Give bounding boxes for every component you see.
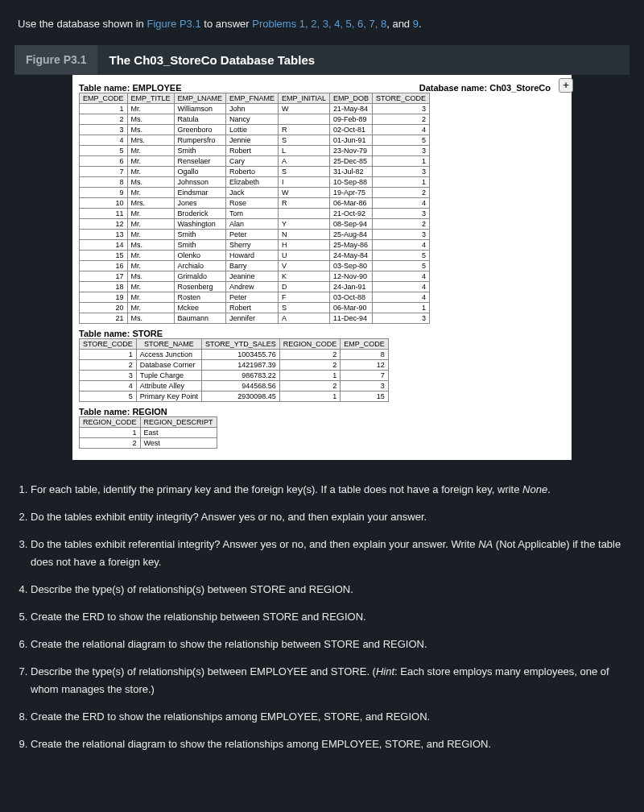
intro-text: Use the database shown in Figure P3.1 to…: [0, 10, 644, 45]
table-row: 5Mr.SmithRobertL23-Nov-793: [80, 145, 430, 155]
table-cell: 15: [341, 391, 389, 401]
table-cell: Barry: [226, 260, 279, 271]
table-row: 5Primary Key Point2930098.45115: [80, 391, 389, 401]
table-cell: Mr.: [127, 145, 174, 155]
table-cell: 2930098.45: [201, 391, 279, 401]
table-cell: 19-Apr-75: [330, 187, 373, 197]
expand-button[interactable]: +: [559, 78, 573, 93]
table-cell: V: [279, 260, 330, 271]
table-cell: 25-May-86: [330, 239, 373, 250]
table-cell: Mr.: [127, 166, 174, 176]
table-cell: Mr.: [127, 218, 174, 229]
table-cell: Roberto: [226, 166, 279, 176]
table-cell: U: [279, 250, 330, 260]
table-cell: Ms.: [127, 271, 174, 281]
table-cell: 944568.56: [201, 380, 279, 391]
table-cell: I: [279, 176, 330, 187]
table-cell: 25-Dec-85: [330, 155, 373, 166]
table-cell: 1: [279, 370, 341, 380]
table-row: 16Mr.ArchialoBarryV03-Sep-805: [80, 260, 430, 271]
table-cell: 16: [80, 260, 128, 271]
table-cell: 3: [373, 145, 430, 155]
table-row: 3Ms.GreenboroLottieR02-Oct-814: [80, 124, 430, 135]
problem-emphasis: Hint: [376, 665, 394, 677]
table-cell: W: [279, 103, 330, 114]
table-cell: Ogallo: [174, 166, 226, 176]
table-row: 2Ms.RatulaNancy09-Feb-892: [80, 114, 430, 124]
table-cell: Access Junction: [136, 349, 201, 359]
table-row: 19Mr.RostenPeterF03-Oct-884: [80, 292, 430, 302]
table-cell: A: [279, 155, 330, 166]
table-cell: Mr.: [127, 250, 174, 260]
table-cell: 1: [373, 155, 430, 166]
table-cell: 19: [80, 292, 128, 302]
table-cell: 4: [80, 135, 128, 145]
table-cell: 09-Feb-89: [330, 114, 373, 124]
table-cell: Mrs.: [127, 135, 174, 145]
problem-item: Create the relational diagram to show th…: [31, 731, 626, 758]
table-cell: 4: [373, 239, 430, 250]
table-cell: Broderick: [174, 208, 226, 218]
table-cell: 4: [373, 271, 430, 281]
table-cell: 18: [80, 281, 128, 292]
table-cell: Mr.: [127, 103, 174, 114]
table-cell: 23-Nov-79: [330, 145, 373, 155]
figure-ref-link[interactable]: Figure P3.1: [147, 18, 200, 30]
intro-mid: to answer: [204, 18, 252, 30]
table-cell: 5: [373, 135, 430, 145]
problem-item: Describe the type(s) of relationship(s) …: [31, 658, 626, 703]
employee-caption: Table name: EMPLOYEE: [79, 83, 182, 93]
problems-list: For each table, identify the primary key…: [0, 476, 644, 759]
table-row: 11Mr.BroderickTom21-Oct-923: [80, 208, 430, 218]
table-cell: 03-Sep-80: [330, 260, 373, 271]
table-row: 18Mr.RosenbergAndrewD24-Jan-914: [80, 281, 430, 292]
table-cell: West: [140, 437, 217, 448]
table-cell: Jones: [174, 197, 226, 208]
table-row: 15Mr.OlenkoHowardU24-May-845: [80, 250, 430, 260]
problem-text: Do the tables exhibit entity integrity? …: [31, 511, 427, 523]
problem-text: Create the relational diagram to show th…: [31, 638, 427, 650]
region-caption: Table name: REGION: [79, 407, 565, 416]
table-cell: Rosenberg: [174, 281, 226, 292]
table-cell: Washington: [174, 218, 226, 229]
table-cell: 12: [80, 218, 128, 229]
table-row: 13Mr.SmithPeterN25-Aug-843: [80, 229, 430, 239]
table-row: 4Attribute Alley944568.5623: [80, 380, 389, 391]
problem-item: For each table, identify the primary key…: [31, 476, 626, 503]
problems-ref-link[interactable]: Problems 1, 2, 3, 4, 5, 6, 7, 8: [252, 18, 386, 30]
table-cell: Robert: [226, 145, 279, 155]
table-cell: Archialo: [174, 260, 226, 271]
column-header: EMP_FNAME: [226, 93, 279, 103]
intro-suffix: , and: [386, 18, 413, 30]
region-table: REGION_CODEREGION_DESCRIPT 1East2West: [79, 416, 217, 449]
table-cell: Ms.: [127, 176, 174, 187]
table-cell: 21-Oct-92: [330, 208, 373, 218]
employee-table: EMP_CODEEMP_TITLEEMP_LNAMEEMP_FNAMEEMP_I…: [79, 93, 430, 324]
table-cell: Rosten: [174, 292, 226, 302]
table-cell: Jennie: [226, 135, 279, 145]
figure-header: Figure P3.1 The Ch03_StoreCo Database Ta…: [14, 45, 630, 75]
problem-text: For each table, identify the primary key…: [31, 483, 522, 495]
table-cell: Jennifer: [226, 313, 279, 323]
table-cell: Mr.: [127, 302, 174, 313]
table-cell: 3: [341, 380, 389, 391]
figure-body: + Table name: EMPLOYEE Database name: Ch…: [72, 75, 572, 460]
problem-item: Describe the type(s) of relationship(s) …: [31, 576, 626, 603]
table-cell: 986783.22: [201, 370, 279, 380]
table-cell: Andrew: [226, 281, 279, 292]
table-cell: 2: [373, 187, 430, 197]
column-header: STORE_CODE: [373, 93, 430, 103]
table-cell: Mckee: [174, 302, 226, 313]
problem-9-link[interactable]: 9: [413, 18, 419, 30]
store-caption: Table name: STORE: [79, 329, 565, 338]
table-cell: Ms.: [127, 239, 174, 250]
table-cell: 31-Jul-82: [330, 166, 373, 176]
table-cell: 01-Jun-91: [330, 135, 373, 145]
table-cell: Grimaldo: [174, 271, 226, 281]
table-cell: L: [279, 145, 330, 155]
table-cell: Y: [279, 218, 330, 229]
table-cell: Johnsson: [174, 176, 226, 187]
problem-emphasis: NA: [478, 538, 493, 550]
table-row: 12Mr.WashingtonAlanY08-Sep-942: [80, 218, 430, 229]
store-table: STORE_CODESTORE_NAMESTORE_YTD_SALESREGIO…: [79, 338, 389, 402]
